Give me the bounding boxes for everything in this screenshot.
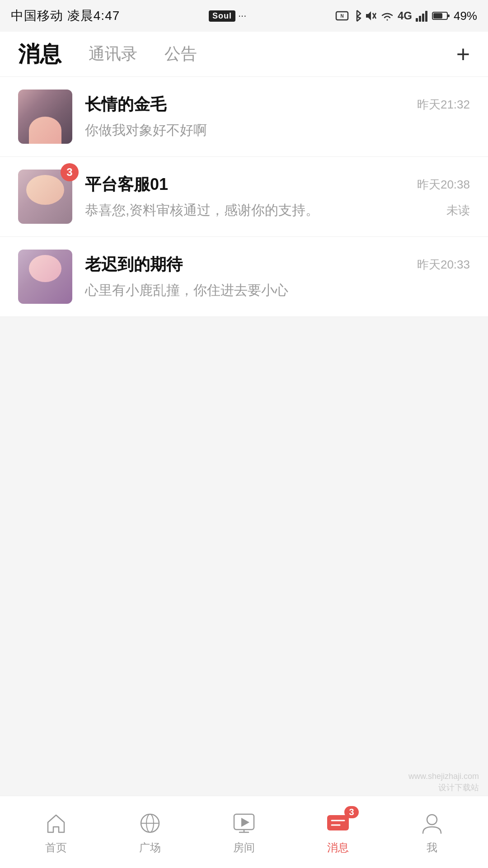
4g-icon: 4G	[398, 9, 412, 22]
svg-rect-7	[425, 11, 427, 22]
contact-name: 平台客服01	[85, 174, 168, 196]
message-bottom-row: 恭喜您,资料审核通过，感谢你的支持。 未读	[85, 201, 470, 220]
soul-icon: Soul	[209, 10, 235, 22]
svg-point-21	[427, 815, 437, 825]
tab-announcements[interactable]: 公告	[164, 43, 197, 65]
signal-icon	[416, 10, 428, 22]
nav-item-profile[interactable]: 我	[385, 810, 479, 855]
nav-item-messages[interactable]: 3 消息	[291, 810, 385, 855]
svg-rect-18	[327, 815, 349, 830]
bottom-nav: 首页 广场 房间	[0, 796, 488, 868]
nav-label-home: 首页	[45, 840, 67, 855]
wifi-icon	[380, 10, 394, 22]
message-preview: 恭喜您,资料审核通过，感谢你的支持。	[85, 201, 319, 220]
nfc-icon: N	[335, 10, 349, 22]
nav-label-room: 房间	[233, 840, 255, 855]
status-right: N 4G 49%	[335, 9, 477, 23]
home-icon	[42, 810, 70, 837]
message-content: 平台客服01 昨天20:38 恭喜您,资料审核通过，感谢你的支持。 未读	[85, 174, 470, 220]
avatar-wrapper: 3	[18, 170, 72, 224]
message-preview: 你做我对象好不好啊	[85, 121, 207, 140]
avatar-wrapper	[18, 250, 72, 304]
tab-contacts[interactable]: 通讯录	[89, 43, 137, 65]
svg-rect-4	[416, 18, 418, 22]
svg-rect-9	[447, 14, 450, 17]
svg-rect-6	[422, 14, 424, 22]
message-icon: 3	[324, 810, 352, 837]
message-time: 昨天20:33	[417, 257, 470, 273]
compass-icon	[136, 810, 164, 837]
unread-label: 未读	[446, 203, 470, 218]
message-top-row: 平台客服01 昨天20:38	[85, 174, 470, 196]
nav-item-home[interactable]: 首页	[9, 810, 103, 855]
message-top-row: 长情的金毛 昨天21:32	[85, 94, 470, 116]
nav-label-square: 广场	[139, 840, 161, 855]
message-list: 长情的金毛 昨天21:32 你做我对象好不好啊 3 平台客服01 昨天20:38…	[0, 77, 488, 317]
message-bottom-row: 你做我对象好不好啊	[85, 121, 470, 140]
message-preview: 心里有小鹿乱撞，你住进去要小心	[85, 281, 288, 300]
message-bottom-row: 心里有小鹿乱撞，你住进去要小心	[85, 281, 470, 300]
unread-badge: 3	[61, 163, 79, 181]
watermark: www.shejizhaji.com 设计下载站	[408, 771, 479, 793]
nav-item-square[interactable]: 广场	[103, 810, 197, 855]
nav-header: 消息 通讯录 公告 +	[0, 32, 488, 77]
svg-marker-15	[241, 818, 249, 827]
user-icon	[418, 810, 446, 837]
svg-rect-5	[419, 16, 421, 22]
status-bar: 中国移动 凌晨4:47 Soul ··· N 4G 49%	[0, 0, 488, 32]
message-item[interactable]: 3 平台客服01 昨天20:38 恭喜您,资料审核通过，感谢你的支持。 未读	[0, 157, 488, 237]
bluetooth-icon	[352, 9, 361, 22]
avatar	[18, 90, 72, 144]
nav-item-room[interactable]: 房间	[197, 810, 291, 855]
no-sound-icon	[365, 9, 377, 22]
carrier-time: 中国移动 凌晨4:47	[11, 7, 120, 24]
play-icon	[230, 810, 258, 837]
avatar-wrapper	[18, 90, 72, 144]
nav-label-messages: 消息	[327, 840, 349, 855]
svg-rect-10	[433, 13, 442, 19]
message-time: 昨天21:32	[417, 97, 470, 113]
contact-name: 长情的金毛	[85, 94, 166, 116]
tab-messages[interactable]: 消息	[18, 40, 61, 69]
avatar	[18, 250, 72, 304]
message-content: 老迟到的期待 昨天20:33 心里有小鹿乱撞，你住进去要小心	[85, 254, 470, 300]
status-icons: Soul ···	[209, 10, 246, 22]
watermark-site: www.shejizhaji.com	[408, 771, 479, 782]
nav-label-profile: 我	[427, 840, 437, 855]
svg-text:N: N	[340, 14, 343, 19]
watermark-name: 设计下载站	[408, 782, 479, 793]
add-button[interactable]: +	[456, 42, 470, 66]
message-top-row: 老迟到的期待 昨天20:33	[85, 254, 470, 276]
battery-percent: 49%	[454, 9, 477, 23]
message-item[interactable]: 老迟到的期待 昨天20:33 心里有小鹿乱撞，你住进去要小心	[0, 237, 488, 317]
message-content: 长情的金毛 昨天21:32 你做我对象好不好啊	[85, 94, 470, 140]
message-time: 昨天20:38	[417, 177, 470, 193]
message-item[interactable]: 长情的金毛 昨天21:32 你做我对象好不好啊	[0, 77, 488, 157]
more-icon: ···	[238, 10, 246, 22]
messages-badge: 3	[344, 806, 359, 818]
battery-icon	[432, 10, 450, 21]
contact-name: 老迟到的期待	[85, 254, 183, 276]
